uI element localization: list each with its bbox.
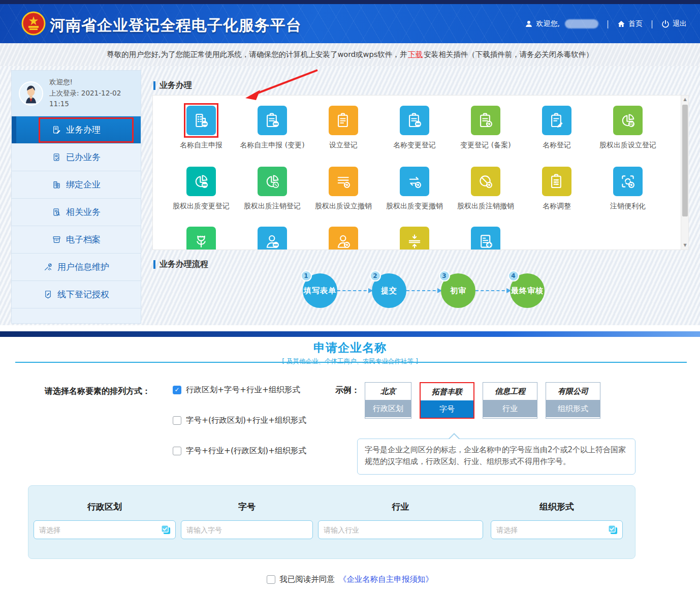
apply-section: 申请企业名称 [ 及其他企业、个体工商户、农民专业合作社等 ] 请选择名称要素的… <box>0 331 700 593</box>
tile-icon-box[interactable] <box>400 227 429 250</box>
tile-icon-box[interactable] <box>329 227 358 250</box>
business-tile[interactable] <box>308 227 379 250</box>
business-tile[interactable]: 名称变更登记 <box>379 106 450 150</box>
tile-icon-box[interactable] <box>186 167 216 196</box>
example-tag: 组织形式 <box>546 400 600 417</box>
tile-icon-box[interactable] <box>258 167 287 196</box>
agree-checkbox[interactable] <box>267 575 275 584</box>
tile-icon-box[interactable] <box>258 227 287 250</box>
flow-step-number: 4 <box>508 270 519 282</box>
sidebar-item[interactable]: 业务办理 <box>12 116 141 144</box>
sidebar-item[interactable]: 用户信息维护 <box>12 254 141 281</box>
flow-step: 4最终审核 <box>510 273 545 308</box>
field-input[interactable] <box>181 520 313 539</box>
business-tile[interactable]: 股权出质注销撤销 <box>450 167 521 211</box>
business-tile[interactable]: 设立登记 <box>308 106 379 150</box>
field-label: 组织形式 <box>491 501 623 513</box>
tile-icon-box[interactable] <box>329 106 358 135</box>
sidebar-item[interactable]: 已办业务 <box>12 144 141 171</box>
arrange-mode-label: 请选择名称要素的排列方式： <box>45 386 150 397</box>
download-plugin-link[interactable]: 下载 <box>408 50 423 59</box>
name-field-group: 行政区划 <box>34 486 176 558</box>
business-tile[interactable] <box>237 227 308 250</box>
tile-label: 名称变更登记 <box>381 140 448 150</box>
field-input[interactable] <box>491 520 623 539</box>
merge-arrows-icon <box>406 233 423 250</box>
agreement-notice-link[interactable]: 《企业名称自主申报须知》 <box>339 574 433 585</box>
arrange-option[interactable]: 字号+行业+(行政区划)+组织形式 <box>173 445 306 456</box>
tile-label: 股权出质注销登记 <box>239 201 306 211</box>
business-tile[interactable] <box>379 227 450 250</box>
sidebar-item-label: 电子档案 <box>66 234 101 245</box>
business-tile[interactable]: 名称调整 <box>521 167 592 211</box>
example-value: 信息工程 <box>483 383 537 400</box>
logout-button[interactable]: 退出 <box>661 19 687 28</box>
tile-icon-box[interactable] <box>542 167 571 196</box>
tile-label: 股权出质变更撤销 <box>381 201 448 211</box>
scroll-down-icon[interactable]: ▼ <box>681 241 689 249</box>
business-tile[interactable]: 名称自主申报 (变更) <box>237 106 308 150</box>
example-tag: 行业 <box>483 400 537 417</box>
tile-icon-box[interactable] <box>329 167 358 196</box>
tile-icon-box[interactable] <box>258 106 287 135</box>
notice-text-pre: 尊敬的用户您好,为了您能正常使用此系统，请确保您的计算机上安装了word或wps… <box>107 50 407 59</box>
sidebar-item[interactable]: 线下登记授权 <box>12 281 141 308</box>
tile-icon-box[interactable] <box>613 167 643 196</box>
business-tile[interactable]: 名称自主申报 <box>166 106 237 150</box>
picker-icon[interactable] <box>161 524 171 535</box>
business-tile[interactable] <box>166 227 237 250</box>
example-box: 北京行政区划 <box>365 382 411 419</box>
picker-check-icon[interactable] <box>608 524 618 535</box>
business-tile[interactable]: 股权出质变更撤销 <box>379 167 450 211</box>
scroll-up-icon[interactable]: ▲ <box>681 96 689 104</box>
notice-bar: 尊敬的用户您好,为了您能正常使用此系统，请确保您的计算机上安装了word或wps… <box>0 43 700 66</box>
clipboard-minus-icon <box>264 112 281 129</box>
tile-label: 注销便利化 <box>594 201 661 211</box>
business-tile[interactable]: 名称登记 <box>521 106 592 150</box>
home-button[interactable]: 首页 <box>617 19 643 28</box>
tile-icon-box[interactable] <box>400 167 429 196</box>
header-user-nav: 欢迎您, | 首页 | 退出 <box>525 19 687 28</box>
user-icon <box>525 20 533 28</box>
business-tile[interactable]: 股权出质变更登记 <box>166 167 237 211</box>
tile-icon-box[interactable] <box>613 106 643 135</box>
tile-label: 股权出质设立撤销 <box>310 201 377 211</box>
sidebar-item[interactable]: 相关业务 <box>12 199 141 226</box>
tiles-scrollbar[interactable]: ▲ ▼ <box>681 96 688 249</box>
arrange-option[interactable]: ✓行政区划+字号+行业+组织形式 <box>173 384 306 395</box>
tile-icon-box[interactable] <box>186 227 216 250</box>
tile-icon-box[interactable] <box>471 227 500 250</box>
business-tile[interactable]: 股权出质设立撤销 <box>308 167 379 211</box>
name-field-group: 组织形式 <box>491 486 623 558</box>
national-emblem-logo <box>21 11 46 36</box>
picker-icon[interactable] <box>608 524 618 535</box>
scrollbar-thumb[interactable] <box>682 105 688 216</box>
picker-check-icon[interactable] <box>161 524 171 535</box>
business-tile[interactable]: 注销便利化 <box>592 167 663 211</box>
field-input[interactable] <box>34 520 176 539</box>
clipboard-minus-icon <box>406 112 423 129</box>
business-tile[interactable]: 变更登记 (备案) <box>450 106 521 150</box>
doc-search-icon <box>52 207 61 217</box>
arrange-option[interactable]: 字号+(行政区划)+行业+组织形式 <box>173 415 306 426</box>
tiles-row <box>166 227 521 250</box>
tile-icon-box[interactable] <box>186 106 216 135</box>
tile-icon-box[interactable] <box>542 106 571 135</box>
tile-icon-box[interactable] <box>471 167 500 196</box>
field-input[interactable] <box>318 520 483 539</box>
option-checkbox[interactable] <box>173 416 181 425</box>
business-tile[interactable] <box>450 227 521 250</box>
business-tile[interactable]: 股权出质注销登记 <box>237 167 308 211</box>
business-section-title: 业务办理 <box>153 80 192 91</box>
field-label: 行业 <box>318 501 483 513</box>
tile-icon-box[interactable] <box>471 106 500 135</box>
tile-label: 股权出质变更登记 <box>168 201 235 211</box>
sidebar-item[interactable]: 电子档案 <box>12 226 141 254</box>
business-tile[interactable]: 股权出质设立登记 <box>592 106 663 150</box>
sidebar-item[interactable]: 绑定企业 <box>12 171 141 199</box>
avatar <box>19 81 43 106</box>
option-checkbox[interactable]: ✓ <box>173 386 181 394</box>
pen-doc-icon <box>52 125 61 135</box>
tile-icon-box[interactable] <box>400 106 429 135</box>
option-checkbox[interactable] <box>173 447 181 455</box>
